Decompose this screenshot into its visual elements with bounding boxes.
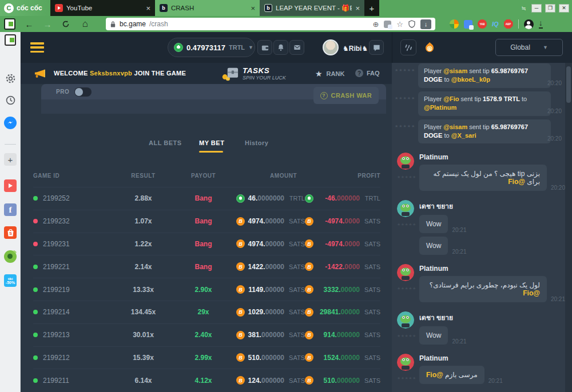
tab-all-bets[interactable]: ALL BETS [149, 139, 182, 146]
browser-brand[interactable]: C cốc cốc [0, 0, 50, 16]
table-row[interactable]: 2199252 2.88x Bang 46.0000000TRTL -46.00… [33, 187, 380, 210]
yab-extension-icon[interactable]: YAB [478, 19, 487, 29]
avatar[interactable] [397, 311, 414, 329]
chat-scrollbar[interactable] [565, 63, 572, 392]
mention[interactable]: @Fio [523, 289, 540, 297]
chat-username[interactable]: Platinum [419, 153, 565, 161]
downloads-icon[interactable]: ↓ [539, 19, 543, 29]
close-icon[interactable]: × [251, 4, 255, 13]
tip-from-user[interactable]: @Fio [443, 95, 459, 102]
user-avatar[interactable] [323, 39, 339, 55]
chat-username[interactable]: เดชา ขยาย [419, 201, 565, 211]
new-tab-button[interactable]: + [364, 0, 379, 16]
translate-page-icon[interactable] [384, 21, 391, 28]
rank-link[interactable]: ★ RANK [315, 69, 344, 78]
download-page-button[interactable]: ↓ [420, 19, 431, 29]
rain-button[interactable] [400, 39, 416, 55]
avatar[interactable] [397, 200, 414, 217]
table-row[interactable]: 2199231 1.22x Bang 4974.00000SATS -4974.… [33, 233, 380, 255]
chat-username[interactable]: เดชา ขยาย [419, 312, 565, 323]
toolbar-separator [518, 19, 519, 29]
sidebar-tiki-icon[interactable]: tiki -50% [4, 274, 17, 287]
add-shortcut-button[interactable]: + [4, 153, 17, 166]
messenger-icon[interactable] [4, 117, 17, 129]
tip-to-user[interactable]: @Platinum [424, 104, 456, 111]
chat-message: ★★★★★ เดชา ขยาย Wow 20:21 [392, 200, 565, 233]
chat-toggle-button[interactable] [369, 40, 384, 55]
avatar[interactable] [397, 354, 414, 371]
treasure-chest-icon [221, 64, 240, 82]
pro-toggle[interactable] [74, 87, 92, 97]
screen: C cốc cốc YouTube × b CRASH × b LEAP YEA… [0, 0, 572, 392]
chat-username[interactable]: Platinum [419, 265, 565, 273]
table-row[interactable]: 2199211 6.14x 4.12x 124.000000SATS 510.0… [33, 369, 380, 391]
settings-gear-icon[interactable] [4, 72, 17, 85]
close-icon[interactable]: × [355, 4, 360, 13]
tab-my-bet[interactable]: MY BET [199, 139, 224, 146]
crash-war-button[interactable]: ? CRASH WAR [313, 87, 379, 104]
wallet-button[interactable] [257, 40, 272, 55]
tip-from-user[interactable]: @sisam [443, 67, 467, 74]
tab-crash-active[interactable]: b CRASH × [155, 0, 260, 16]
table-row[interactable]: 2199214 134.45x 29x 1029.00000SATS 29841… [33, 301, 380, 323]
chat-region-selector[interactable]: Global ▼ [495, 39, 563, 56]
tip-to-user[interactable]: @bkoeL_k0p [451, 76, 490, 83]
sidebar-toggle-icon[interactable] [4, 18, 15, 30]
profile-icon[interactable] [524, 19, 534, 29]
avatar[interactable] [397, 264, 414, 281]
zoom-page-icon[interactable]: ⊕ [372, 20, 379, 29]
tab-history[interactable]: History [245, 139, 268, 146]
scrollbar-thumb[interactable] [566, 66, 571, 103]
tip-to-user[interactable]: @X_sari [451, 132, 476, 139]
chat-username[interactable]: Platinum [419, 354, 565, 362]
tip-amount: 1578.9 TRTL [483, 95, 520, 102]
mention[interactable]: @Fio [426, 371, 443, 379]
translate-extension-icon[interactable] [464, 20, 472, 29]
coin-drop-button[interactable]: B [422, 39, 438, 55]
faq-label: FAQ [367, 70, 380, 77]
tip-from-user[interactable]: @sisam [443, 123, 467, 130]
minimize-button[interactable]: ─ [531, 4, 542, 13]
menu-hamburger-icon[interactable] [30, 42, 44, 53]
restore-button[interactable]: ❐ [545, 4, 555, 13]
table-row[interactable]: 2199221 2.14x Bang 1422.00000SATS -1422.… [33, 255, 380, 278]
faq-link[interactable]: ? FAQ [355, 69, 380, 77]
history-icon[interactable] [4, 94, 17, 106]
mention[interactable]: @Fio [508, 178, 525, 186]
back-button[interactable]: ← [23, 18, 35, 30]
sidebar-facebook-icon[interactable]: f [4, 203, 17, 216]
reload-button[interactable] [59, 18, 72, 30]
message-text: Wow [426, 331, 441, 339]
chat-messages[interactable]: ★★★★★ Player @sisam sent tip 65.98769767… [392, 63, 565, 392]
address-bar[interactable]: bc.game/crash ⊕ ☆ ↓ [106, 18, 435, 30]
avatar[interactable] [397, 153, 414, 170]
tip-sent-word: sent tip [469, 123, 489, 130]
table-row[interactable]: 2199212 15.39x 2.99x 510.000000SATS 1524… [33, 346, 380, 369]
tab-youtube[interactable]: YouTube × [50, 0, 155, 16]
sidebar-youtube-icon[interactable] [4, 179, 17, 192]
sidebar-panel-icon[interactable] [5, 34, 16, 46]
iq-extension-icon[interactable]: IQ [492, 21, 499, 27]
close-window-button[interactable]: ✕ [559, 4, 569, 13]
chat-message: ★★★★★ Platinum لول یک نبودم، چطوری برایم… [392, 264, 565, 302]
tasks-shortcut[interactable]: TASKS SPIN YOUR LUCK [221, 64, 286, 82]
close-icon[interactable]: × [146, 4, 150, 13]
balance-selector[interactable]: 0.47973117 TRTL ▼ [168, 38, 255, 57]
bookmark-star-icon[interactable]: ☆ [396, 20, 403, 29]
username-label[interactable]: ♞Ribi♞ [343, 45, 368, 53]
sidebar-shopee-icon[interactable]: S [4, 226, 17, 239]
adblock-extension-icon[interactable]: ABP [504, 19, 513, 29]
tab-leap-year-event[interactable]: b LEAP YEAR EVENT - 🎁Event - × [260, 0, 364, 16]
table-row[interactable]: 2199219 13.33x 2.90x 1149.00000SATS 3332… [33, 278, 380, 301]
notifications-button[interactable] [273, 40, 288, 55]
home-button[interactable]: ⌂ [79, 18, 92, 30]
forward-button[interactable]: → [41, 18, 54, 30]
sidebar-coccoc-icon[interactable] [4, 250, 17, 263]
extension-color-icon[interactable] [450, 19, 459, 29]
status-dot [33, 378, 38, 383]
messages-button[interactable] [289, 40, 304, 55]
table-row[interactable]: 2199213 30.01x 2.40x 381.000000SATS 914.… [33, 323, 380, 346]
shield-icon[interactable] [408, 20, 415, 28]
table-row[interactable]: 2199232 1.07x Bang 4974.00000SATS -4974.… [33, 210, 380, 233]
side-panel-icon[interactable]: ≒ [522, 5, 526, 11]
